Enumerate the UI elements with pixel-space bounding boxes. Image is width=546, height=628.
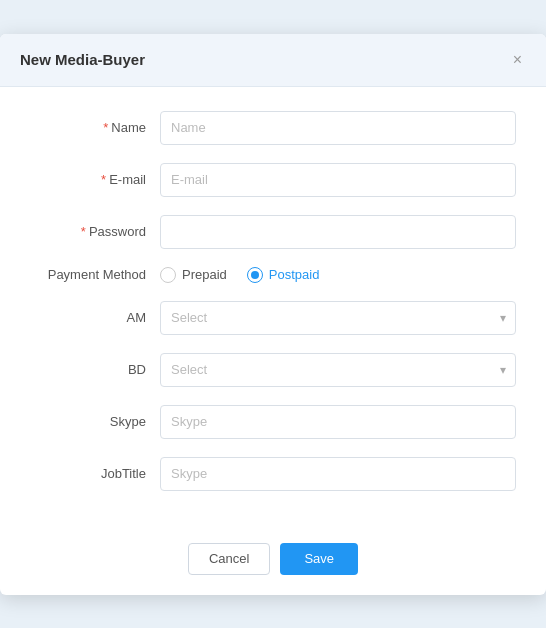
name-row: *Name xyxy=(30,111,516,145)
password-input[interactable] xyxy=(160,215,516,249)
save-button[interactable]: Save xyxy=(280,543,358,575)
dialog-title: New Media-Buyer xyxy=(20,51,145,68)
bd-select-wrapper: Select ▾ xyxy=(160,353,516,387)
radio-label-prepaid: Prepaid xyxy=(182,267,227,282)
dialog-body: *Name *E-mail *Password Payment Method xyxy=(0,87,546,529)
email-label: *E-mail xyxy=(30,172,160,187)
radio-circle-postpaid xyxy=(247,267,263,283)
skype-input[interactable] xyxy=(160,405,516,439)
bd-label: BD xyxy=(30,362,160,377)
radio-label-postpaid: Postpaid xyxy=(269,267,320,282)
am-label: AM xyxy=(30,310,160,325)
radio-postpaid[interactable]: Postpaid xyxy=(247,267,320,283)
required-star-email: * xyxy=(101,172,106,187)
jobtitle-input[interactable] xyxy=(160,457,516,491)
name-input[interactable] xyxy=(160,111,516,145)
radio-circle-prepaid xyxy=(160,267,176,283)
password-label: *Password xyxy=(30,224,160,239)
skype-label: Skype xyxy=(30,414,160,429)
payment-label: Payment Method xyxy=(30,267,160,282)
email-input[interactable] xyxy=(160,163,516,197)
bd-select[interactable]: Select xyxy=(160,353,516,387)
jobtitle-row: JobTitle xyxy=(30,457,516,491)
cancel-button[interactable]: Cancel xyxy=(188,543,270,575)
dialog-header: New Media-Buyer × xyxy=(0,34,546,87)
bd-row: BD Select ▾ xyxy=(30,353,516,387)
required-star-password: * xyxy=(81,224,86,239)
am-select-wrapper: Select ▾ xyxy=(160,301,516,335)
radio-prepaid[interactable]: Prepaid xyxy=(160,267,227,283)
password-row: *Password xyxy=(30,215,516,249)
payment-row: Payment Method Prepaid Postpaid xyxy=(30,267,516,283)
dialog-footer: Cancel Save xyxy=(0,529,546,595)
email-row: *E-mail xyxy=(30,163,516,197)
close-button[interactable]: × xyxy=(509,50,526,70)
am-row: AM Select ▾ xyxy=(30,301,516,335)
am-select[interactable]: Select xyxy=(160,301,516,335)
name-label: *Name xyxy=(30,120,160,135)
skype-row: Skype xyxy=(30,405,516,439)
required-star: * xyxy=(103,120,108,135)
jobtitle-label: JobTitle xyxy=(30,466,160,481)
payment-radio-group: Prepaid Postpaid xyxy=(160,267,516,283)
new-media-buyer-dialog: New Media-Buyer × *Name *E-mail *Passwor… xyxy=(0,34,546,595)
